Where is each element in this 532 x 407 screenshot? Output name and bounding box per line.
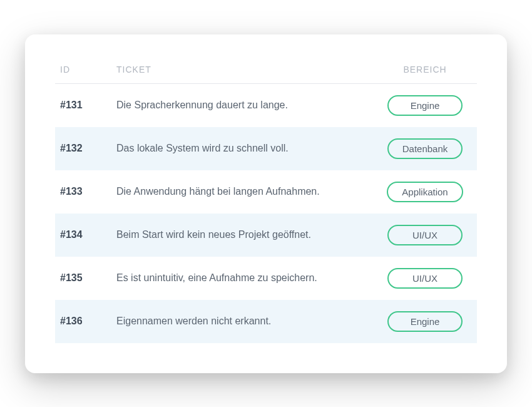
header-ticket: TICKET [116, 64, 378, 75]
cell-ticket: Eigennamen werden nicht erkannt. [116, 316, 378, 327]
cell-id: #131 [60, 100, 116, 111]
cell-ticket: Die Spracherkennung dauert zu lange. [116, 100, 378, 111]
bereich-pill[interactable]: UI/UX [387, 225, 463, 245]
table-row[interactable]: #133 Die Anwendung hängt bei langen Aufn… [55, 170, 477, 214]
cell-id: #135 [60, 272, 116, 284]
cell-ticket: Das lokale System wird zu schnell voll. [116, 143, 378, 154]
header-id: ID [60, 64, 116, 75]
table-row[interactable]: #132 Das lokale System wird zu schnell v… [55, 127, 477, 170]
cell-bereich: UI/UX [378, 225, 472, 245]
bereich-pill[interactable]: Engine [387, 311, 463, 332]
cell-bereich: Engine [378, 311, 472, 332]
bereich-pill[interactable]: Datenbank [387, 138, 463, 159]
header-bereich: BEREICH [378, 64, 472, 75]
cell-bereich: Datenbank [378, 138, 472, 159]
cell-ticket: Die Anwendung hängt bei langen Aufnahmen… [116, 186, 378, 197]
bereich-pill[interactable]: Engine [387, 95, 463, 116]
cell-id: #132 [60, 143, 116, 154]
cell-bereich: Applikation [378, 182, 472, 202]
cell-ticket: Beim Start wird kein neues Projekt geöff… [116, 229, 378, 240]
table-row[interactable]: #136 Eigennamen werden nicht erkannt. En… [55, 300, 477, 343]
cell-id: #136 [60, 316, 116, 327]
table-row[interactable]: #135 Es ist unintuitiv, eine Aufnahme zu… [55, 257, 477, 300]
table-row[interactable]: #131 Die Spracherkennung dauert zu lange… [55, 84, 477, 127]
bereich-pill[interactable]: Applikation [387, 182, 463, 202]
bereich-pill[interactable]: UI/UX [387, 268, 463, 289]
ticket-table-card: ID TICKET BEREICH #131 Die Spracherkennu… [25, 34, 507, 373]
cell-bereich: Engine [378, 95, 472, 116]
table-header: ID TICKET BEREICH [55, 64, 477, 84]
table-row[interactable]: #134 Beim Start wird kein neues Projekt … [55, 214, 477, 257]
cell-id: #133 [60, 186, 116, 197]
cell-ticket: Es ist unintuitiv, eine Aufnahme zu spei… [116, 272, 378, 284]
cell-bereich: UI/UX [378, 268, 472, 289]
cell-id: #134 [60, 229, 116, 240]
